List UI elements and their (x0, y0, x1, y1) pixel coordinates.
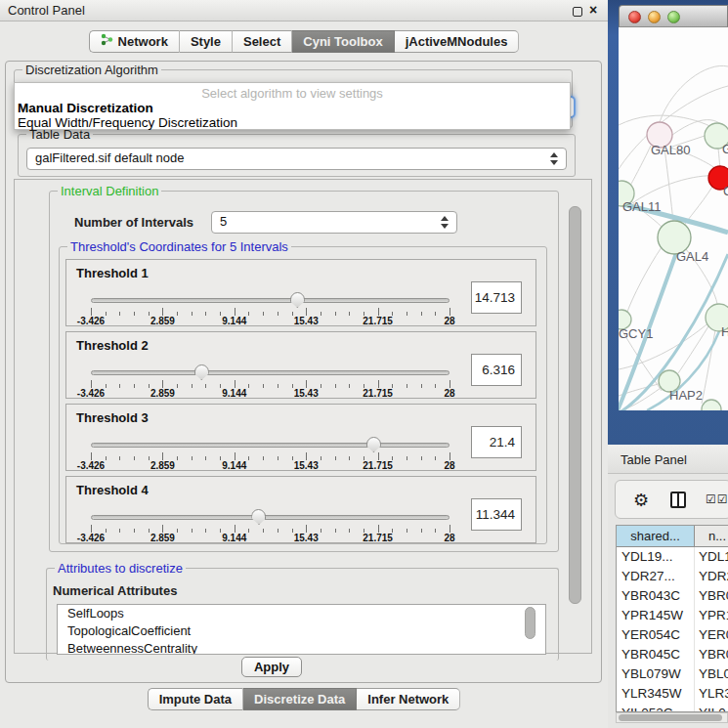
cytoscape-desktop: GAL80 GA C GAL11 GAL4 GCY1 H HAP2 (608, 0, 728, 445)
close-icon[interactable]: × (589, 2, 597, 18)
slider-scale-labels: -3.4262.8599.14415.4321.71528 (91, 533, 450, 543)
tab-select[interactable]: Select (233, 30, 292, 53)
bottom-tabs: Impute DataDiscretize DataInfer Network (0, 688, 608, 710)
slider-track[interactable] (91, 298, 450, 303)
num-intervals-value: 5 (220, 214, 227, 229)
table-panel: Table Panel ⚙ ☑☑ shared... n... YDL19...… (608, 445, 728, 728)
tab-jactivemnodules[interactable]: jActiveMNodules (395, 30, 520, 53)
checkbox-icons[interactable]: ☑☑ (706, 492, 728, 506)
minimize-button[interactable] (648, 11, 661, 23)
zoom-button[interactable] (667, 11, 680, 23)
tab-network[interactable]: Network (89, 30, 180, 53)
cell-name: YBR0 (695, 645, 728, 664)
popup-placeholder: Select algorithm to view settings (15, 83, 570, 101)
top-tabs: NetworkStyleSelectCyni ToolboxjActiveMNo… (0, 30, 608, 53)
discretization-algorithm-label: Discretization Algorithm (22, 63, 161, 77)
interval-definition-group: Interval Definition Number of Intervals … (49, 191, 559, 552)
table-row[interactable]: YER054CYER0 (617, 625, 728, 645)
cyni-toolbox-content: Discretization Algorithm Select algorith… (5, 61, 602, 683)
cell-shared-name: YIL052C (617, 704, 695, 712)
table-row[interactable]: YBL079WYBL0 (617, 664, 728, 684)
cell-shared-name: YBR045C (617, 645, 695, 664)
thresholds-group: Threshold's Coordinates for 5 Intervals … (59, 246, 547, 544)
settings-scroll-pane: Interval Definition Number of Intervals … (14, 179, 592, 654)
network-icon (101, 31, 113, 52)
gear-icon[interactable]: ⚙ (633, 490, 649, 511)
threshold-value-field[interactable]: 14.713 (471, 281, 522, 314)
table-row[interactable]: YBR045CYBR0 (617, 645, 728, 664)
table-data-group: Table Data galFiltered.sif default node (18, 134, 576, 177)
numerical-attributes-label: Numerical Attributes (53, 583, 177, 598)
cell-shared-name: YDR27... (617, 567, 695, 586)
table-row[interactable]: YIL052CYIL0 (617, 704, 728, 712)
apply-button[interactable]: Apply (241, 657, 302, 677)
node-bottom[interactable] (702, 400, 721, 410)
table-row[interactable]: YBR043CYBR0 (617, 586, 728, 606)
slider-track[interactable] (91, 370, 450, 375)
threshold-slider: -3.4262.8599.14415.4321.71528 (91, 440, 450, 471)
slider-ticks (91, 380, 450, 388)
spinner-icon (550, 152, 559, 165)
split-columns-icon[interactable] (670, 492, 686, 508)
table-row[interactable]: YDL19...YDL1 (617, 547, 728, 567)
threshold-panel-3: Threshold 3-3.4262.8599.14415.4321.71528… (65, 404, 536, 471)
cell-shared-name: YDL19... (617, 547, 695, 567)
slider-track[interactable] (91, 443, 450, 448)
threshold-value-field[interactable]: 21.4 (471, 426, 522, 458)
tab-label: Cyni Toolbox (303, 31, 382, 52)
control-panel-titlebar: Control Panel × (0, 0, 608, 21)
float-window-icon[interactable] (573, 7, 582, 17)
cell-name: YDR2 (695, 567, 728, 586)
popup-option-equal-width[interactable]: Equal Width/Frequency Discretization (15, 115, 570, 130)
attribute-item-topologicalcoefficient[interactable]: TopologicalCoefficient (58, 622, 545, 640)
cell-name: YLR3 (695, 684, 728, 704)
table-row[interactable]: YDR27...YDR2 (617, 567, 728, 586)
tab-infer-network[interactable]: Infer Network (357, 688, 460, 710)
attribute-list-scrollbar[interactable] (525, 607, 535, 639)
column-header-shared-name[interactable]: shared... (617, 526, 695, 546)
cell-shared-name: YBL079W (617, 664, 695, 684)
slider-thumb[interactable] (290, 292, 305, 308)
close-button[interactable] (628, 11, 641, 23)
tab-style[interactable]: Style (180, 30, 233, 53)
num-intervals-label: Number of Intervals (74, 215, 193, 230)
network-canvas[interactable]: GAL80 GA C GAL11 GAL4 GCY1 H HAP2 (619, 27, 728, 410)
cell-shared-name: YER054C (617, 625, 695, 645)
table-rows: YDL19...YDL1YDR27...YDR2YBR043CYBR0YPR14… (617, 547, 728, 712)
interval-definition-label: Interval Definition (58, 184, 161, 198)
num-intervals-select[interactable]: 5 (211, 211, 457, 234)
column-header-name[interactable]: n... (695, 526, 728, 546)
threshold-value-field[interactable]: 6.316 (471, 354, 522, 386)
table-row[interactable]: YLR345WYLR3 (617, 684, 728, 704)
threshold-label: Threshold 2 (76, 338, 149, 353)
threshold-value-field[interactable]: 11.344 (471, 498, 522, 531)
table-row[interactable]: YPR145WYPR1 (617, 606, 728, 625)
table-panel-titlebar: Table Panel (608, 445, 728, 474)
slider-thumb[interactable] (194, 364, 209, 380)
attributes-group-label: Attributes to discretize (55, 561, 186, 576)
tab-label: jActiveMNodules (406, 31, 508, 52)
table-panel-title: Table Panel (621, 452, 687, 467)
algorithm-dropdown-popup: Select algorithm to view settings Manual… (14, 82, 571, 130)
network-window-titlebar[interactable] (619, 5, 728, 27)
slider-thumb[interactable] (251, 509, 266, 525)
slider-thumb[interactable] (366, 437, 381, 452)
threshold-label: Threshold 4 (76, 483, 149, 497)
numerical-attributes-list[interactable]: SelfLoopsTopologicalCoefficientBetweenne… (57, 604, 546, 655)
node-table: shared... n... YDL19...YDL1YDR27...YDR2Y… (616, 525, 728, 712)
popup-option-manual-discretization[interactable]: Manual Discretization (15, 101, 570, 115)
attribute-item-betweennesscentrality[interactable]: BetweennessCentrality (58, 640, 545, 655)
table-data-select[interactable]: galFiltered.sif default node (26, 148, 567, 170)
panel-title: Control Panel (8, 3, 85, 18)
slider-track[interactable] (91, 515, 450, 520)
tab-impute-data[interactable]: Impute Data (148, 688, 243, 710)
tab-label: Style (191, 31, 221, 52)
node-label: HAP2 (669, 388, 703, 403)
cell-name: YBL0 (695, 664, 728, 684)
slider-scale-labels: -3.4262.8599.14415.4321.71528 (91, 388, 450, 399)
table-hscrollbar[interactable] (616, 712, 728, 723)
attribute-item-selfloops[interactable]: SelfLoops (58, 605, 545, 622)
tab-discretize-data[interactable]: Discretize Data (243, 688, 357, 710)
pane-scrollbar[interactable] (569, 206, 581, 604)
tab-cyni-toolbox[interactable]: Cyni Toolbox (292, 30, 394, 53)
